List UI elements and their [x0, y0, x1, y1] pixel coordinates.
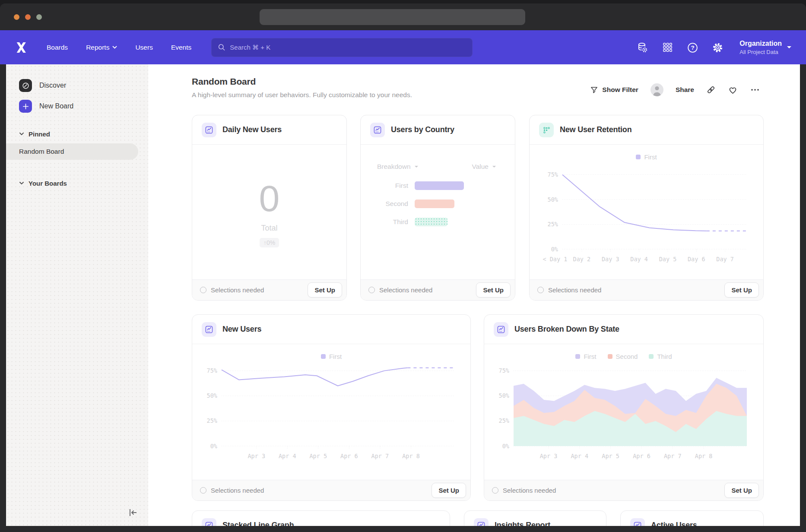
set-up-button[interactable]: Set Up [724, 483, 759, 498]
compass-icon [19, 79, 32, 92]
search-icon [218, 43, 225, 51]
favorite-heart-icon[interactable] [728, 85, 738, 95]
card-new-user-retention: New User Retention First 75%50%25%0%< Da… [529, 115, 764, 301]
minimize-window-button[interactable] [25, 14, 31, 20]
stacked-area-chart: 75%50%25%0%Apr 3Apr 4Apr 5Apr 6Apr 7Apr … [494, 360, 754, 469]
card-insights-report: Insights Report [464, 510, 606, 526]
value-dropdown[interactable]: Value [472, 163, 496, 171]
svg-text:50%: 50% [499, 392, 509, 399]
mixpanel-logo-icon[interactable] [15, 41, 28, 54]
country-row: First [361, 181, 515, 190]
svg-text:Day 5: Day 5 [659, 256, 677, 263]
board-actions: Show Filter Share [590, 83, 760, 96]
card-title: Daily New Users [222, 125, 282, 134]
chevron-down-icon [112, 46, 117, 49]
nav-item-boards[interactable]: Boards [47, 44, 68, 51]
svg-text:Day 7: Day 7 [716, 256, 734, 263]
board-main: Random Board A high-level summary of use… [148, 64, 800, 526]
settings-gear-icon[interactable] [712, 42, 723, 53]
card-new-users: New Users First 75%50%25%0%Apr 3Apr 4Apr… [192, 314, 471, 501]
global-search[interactable] [211, 38, 473, 57]
svg-text:25%: 25% [499, 417, 509, 424]
chevron-down-icon [19, 132, 24, 136]
browser-url-bar[interactable] [260, 9, 525, 25]
card-footer: Selections needed Set Up [192, 279, 346, 300]
copy-link-icon[interactable] [706, 85, 716, 95]
card-users-by-country: Users by Country Breakdown Value FirstSe [360, 115, 515, 301]
sidebar-item-new-board[interactable]: New Board [6, 99, 148, 114]
card-body: First 75%50%25%0%< Day 1Day 2Day 3Day 4D… [530, 145, 763, 279]
card-body: Breakdown Value FirstSecondThird [361, 145, 515, 279]
page-title: Random Board [192, 76, 412, 87]
status-text: Selections needed [379, 286, 472, 294]
card-body: First 75%50%25%0%Apr 3Apr 4Apr 5Apr 6Apr… [192, 344, 470, 480]
country-row-label: First [361, 182, 415, 190]
line-chart-icon [630, 518, 645, 526]
close-window-button[interactable] [14, 14, 19, 20]
svg-text:0%: 0% [210, 443, 217, 450]
set-up-button[interactable]: Set Up [724, 282, 759, 298]
avatar[interactable] [651, 83, 663, 96]
funnel-icon [590, 86, 598, 94]
metric-label: Total [261, 224, 277, 233]
svg-text:Apr 4: Apr 4 [279, 453, 296, 459]
show-filter-button[interactable]: Show Filter [590, 86, 638, 94]
card-header: New Users [192, 315, 470, 344]
show-filter-label: Show Filter [602, 86, 638, 94]
radio-circle-icon [537, 287, 544, 293]
traffic-lights [14, 14, 42, 20]
set-up-button[interactable]: Set Up [308, 282, 342, 298]
svg-text:50%: 50% [548, 196, 558, 203]
share-label: Share [676, 86, 694, 94]
primary-nav: Boards Reports Users Events [47, 44, 191, 51]
share-button[interactable]: Share [676, 86, 694, 94]
svg-text:Apr 4: Apr 4 [571, 453, 588, 459]
sidebar-section-your-boards[interactable]: Your Boards [6, 176, 148, 190]
country-bar-list: FirstSecondThird [361, 181, 515, 226]
svg-text:Apr 3: Apr 3 [248, 453, 265, 459]
svg-text:Apr 6: Apr 6 [340, 453, 358, 459]
search-input[interactable] [230, 44, 466, 51]
org-scope: All Project Data [739, 49, 782, 55]
card-header: Daily New Users [192, 115, 346, 145]
svg-text:Apr 8: Apr 8 [402, 453, 420, 459]
sidebar-section-pinned[interactable]: Pinned [6, 127, 148, 141]
nav-item-events[interactable]: Events [171, 44, 191, 51]
card-header: Users Broken Down By State [484, 315, 763, 344]
breakdown-dropdown[interactable]: Breakdown [377, 163, 418, 171]
svg-text:Apr 5: Apr 5 [602, 453, 619, 459]
line-chart-icon [202, 518, 216, 526]
sidebar-section-label: Pinned [29, 130, 50, 138]
svg-text:Apr 8: Apr 8 [695, 453, 713, 459]
svg-text:Apr 5: Apr 5 [309, 453, 327, 459]
sidebar-item-discover[interactable]: Discover [6, 78, 148, 93]
set-up-button[interactable]: Set Up [432, 483, 466, 498]
radio-circle-icon [200, 287, 206, 293]
status-text: Selections needed [548, 286, 720, 294]
zoom-window-button[interactable] [36, 14, 42, 20]
nav-item-users[interactable]: Users [135, 44, 152, 51]
org-switcher[interactable]: Organization All Project Data [739, 40, 791, 55]
sidebar-section-label: Your Boards [29, 180, 67, 187]
legend-swatch [608, 354, 612, 359]
data-management-icon[interactable] [637, 42, 648, 53]
org-name: Organization [739, 40, 782, 48]
card-footer: Selections needed Set Up [530, 279, 763, 300]
app-window: Boards Reports Users Events [0, 3, 806, 532]
set-up-button[interactable]: Set Up [476, 282, 511, 298]
nav-item-reports[interactable]: Reports [86, 44, 117, 51]
board-header: Random Board A high-level summary of use… [192, 76, 412, 99]
nav-item-label: Boards [47, 44, 68, 51]
chart-legend: First [192, 353, 470, 360]
more-options-icon[interactable] [750, 85, 760, 95]
card-header: Active Users [621, 511, 763, 526]
legend-item: First [636, 153, 657, 161]
card-footer: Selections needed Set Up [361, 279, 515, 300]
sidebar-collapse-icon[interactable] [127, 507, 139, 518]
help-icon[interactable]: ? [687, 42, 698, 53]
apps-grid-icon[interactable] [662, 42, 673, 53]
legend-swatch [321, 354, 326, 359]
sidebar-item-random-board[interactable]: Random Board [6, 143, 138, 160]
card-title: Stacked Line Graph [222, 521, 294, 526]
retention-grid-icon [539, 123, 554, 137]
